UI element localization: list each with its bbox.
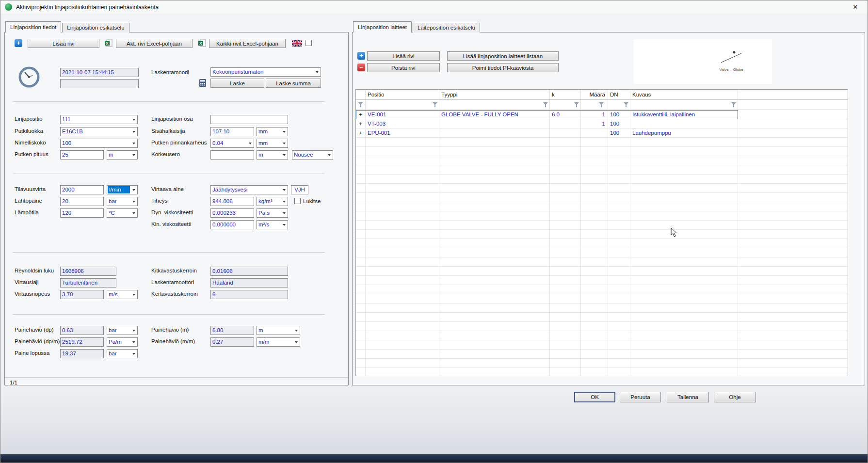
table-row-empty[interactable] [356, 193, 848, 202]
dyn-viskositeetti-input[interactable]: 0.000233 [210, 208, 254, 218]
table-row-empty[interactable] [356, 248, 848, 257]
cell-tyyppi[interactable] [439, 119, 550, 128]
col-kuvaus[interactable]: Kuvaus [630, 90, 738, 100]
nimelliskoko-select[interactable]: 100 [60, 139, 138, 148]
table-row-empty[interactable] [356, 276, 848, 285]
table-row-empty[interactable] [356, 303, 848, 313]
add-device-icon[interactable]: + [357, 52, 365, 60]
language-checkbox[interactable] [305, 40, 312, 46]
table-row-empty[interactable] [356, 211, 848, 221]
calculator-icon[interactable] [198, 79, 207, 87]
cell-kuvaus[interactable]: Lauhdepumppu [630, 128, 738, 138]
expand-toggle[interactable]: + [356, 110, 366, 119]
peruuta-button[interactable]: Peruuta [620, 392, 661, 402]
korkeusero-suunta-select[interactable]: Nousee [292, 150, 333, 160]
kin-viskositeetti-input[interactable]: 0.000000 [210, 220, 254, 229]
putken-pituus-input[interactable]: 25 [60, 150, 104, 160]
table-row-empty[interactable] [356, 267, 848, 276]
filter-icon[interactable] [731, 102, 736, 107]
poimi-tiedot-button[interactable]: Poimi tiedot PI-kaaviosta [447, 63, 559, 72]
expand-toggle[interactable]: + [356, 119, 366, 128]
uk-flag-icon[interactable] [292, 40, 302, 47]
cell-kuvaus[interactable]: Istukkaventtiili, laipallinen [630, 110, 738, 119]
lisaa-rivi-device-button[interactable]: Lisää rivi [367, 51, 440, 61]
paine-lopussa-unit-select[interactable]: bar [107, 349, 138, 358]
virtausnopeus-unit-select[interactable]: m/s [107, 290, 138, 299]
cell-maara[interactable]: 1 [581, 119, 608, 128]
painehavio-dp-unit-select[interactable]: bar [107, 326, 138, 335]
table-row-empty[interactable] [356, 221, 848, 230]
filter-icon[interactable] [574, 102, 579, 107]
filter-icon[interactable] [543, 102, 548, 107]
lahtopaine-unit-select[interactable]: bar [107, 197, 138, 206]
expand-toggle[interactable]: + [356, 128, 366, 138]
cell-k[interactable] [550, 128, 581, 138]
painehavio-dpm-unit-select[interactable]: Pa/m [107, 337, 138, 347]
tab-laiteposition-esikatselu[interactable]: Laiteposition esikatselu [413, 23, 480, 32]
painehavio-m-unit-select[interactable]: m [257, 326, 300, 335]
cell-k[interactable]: 6.0 [550, 110, 581, 119]
excel-icon[interactable]: X [198, 39, 206, 47]
cell-maara[interactable] [581, 128, 608, 138]
cell-dn[interactable]: 100 [608, 128, 630, 138]
pinnankarheus-select[interactable]: 0.04 [210, 139, 254, 148]
laske-button[interactable]: Laske [210, 79, 264, 88]
add-row-icon[interactable]: + [15, 39, 22, 47]
cell-maara[interactable]: 1 [581, 110, 608, 119]
cell-positio[interactable]: EPU-001 [366, 128, 439, 138]
table-row-empty[interactable] [356, 331, 848, 340]
korkeusero-input[interactable] [210, 150, 254, 160]
tab-linjaposition-laitteet[interactable]: Linjaposition laitteet [353, 21, 412, 32]
laskentamoodi-select[interactable]: Kokoonpuristumaton [210, 67, 321, 77]
table-row-empty[interactable] [356, 368, 848, 376]
table-row-selected[interactable]: + VE-001 GLOBE VALVE - FULLY OPEN 6.0 1 … [356, 110, 848, 119]
virtaava-aine-select[interactable]: Jäähdytysvesi [210, 185, 288, 194]
ohje-button[interactable]: Ohje [714, 392, 756, 402]
kaikki-rivit-excel-button[interactable]: Kaikki rivit Excel-pohjaan [209, 39, 286, 48]
table-row-empty[interactable] [356, 230, 848, 239]
table-row-empty[interactable] [356, 165, 848, 175]
cell-tyyppi[interactable] [439, 128, 550, 138]
table-row-empty[interactable] [356, 359, 848, 368]
sisahalkaisija-input[interactable]: 107.10 [210, 127, 254, 136]
table-row-empty[interactable] [356, 156, 848, 165]
tallenna-button[interactable]: Tallenna [667, 392, 709, 402]
akt-rivi-excel-button[interactable]: Akt. rivi Excel-pohjaan [116, 39, 193, 48]
tilavuusvirta-unit-select[interactable]: l/min [107, 185, 138, 194]
table-row-empty[interactable] [356, 147, 848, 156]
filter-icon[interactable] [624, 102, 628, 107]
putken-pituus-unit-select[interactable]: m [107, 150, 138, 160]
kin-viskositeetti-unit-select[interactable]: m²/s [257, 220, 288, 229]
col-dn[interactable]: DN [608, 90, 630, 100]
laske-summa-button[interactable]: Laske summa [266, 79, 321, 88]
lampotila-unit-select[interactable]: °C [107, 208, 138, 218]
table-row-empty[interactable] [356, 175, 848, 184]
cell-kuvaus[interactable] [630, 119, 738, 128]
painehavio-mm-unit-select[interactable]: m/m [257, 337, 300, 347]
filter-icon[interactable] [433, 102, 437, 107]
table-row-empty[interactable] [356, 184, 848, 193]
table-row-empty[interactable] [356, 294, 848, 303]
korkeusero-unit-select[interactable]: m [257, 150, 288, 160]
table-row-empty[interactable] [356, 202, 848, 211]
tab-linjaposition-esikatselu[interactable]: Linjaposition esikatselu [62, 23, 129, 32]
table-row-empty[interactable] [356, 239, 848, 248]
linjaposition-osa-input[interactable] [210, 115, 288, 124]
cell-dn[interactable]: 100 [608, 119, 630, 128]
table-row[interactable]: + VT-003 1 100 [356, 119, 848, 128]
lahtopaine-input[interactable]: 20 [60, 197, 104, 206]
table-row-empty[interactable] [356, 322, 848, 331]
putkiluokka-select[interactable]: E16C1B [60, 127, 138, 136]
table-row-empty[interactable] [356, 350, 848, 359]
lisaa-rivi-button[interactable]: Lisää rivi [28, 39, 99, 48]
col-k[interactable]: k [550, 90, 581, 100]
dyn-viskositeetti-unit-select[interactable]: Pa s [257, 208, 288, 218]
lampotila-input[interactable]: 120 [60, 208, 104, 218]
tiheys-unit-select[interactable]: kg/m³ [257, 197, 288, 206]
cell-positio[interactable]: VE-001 [366, 110, 439, 119]
filter-icon[interactable] [599, 102, 604, 107]
linjapositio-select[interactable]: 111 [60, 115, 138, 124]
table-row-empty[interactable] [356, 285, 848, 294]
poista-rivi-button[interactable]: Poista rivi [367, 63, 440, 72]
filter-icon[interactable] [358, 102, 363, 107]
